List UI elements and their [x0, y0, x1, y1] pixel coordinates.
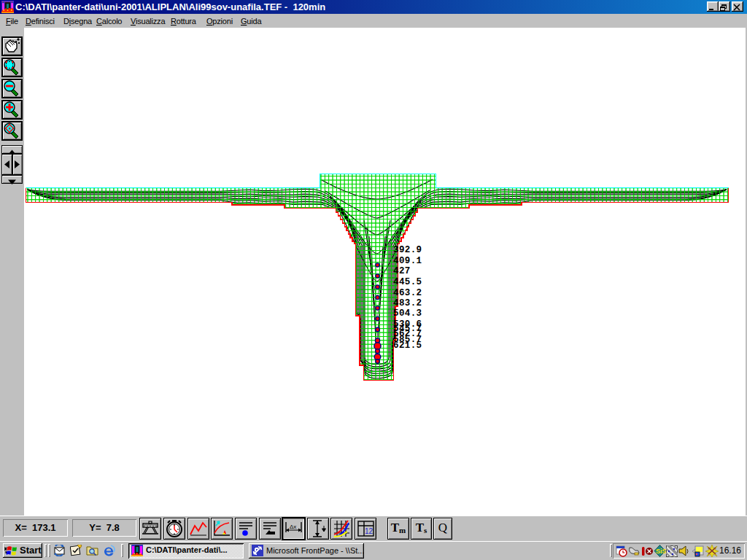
svg-text:445.5: 445.5	[393, 277, 422, 287]
svg-text:427: 427	[393, 266, 411, 276]
svg-text:621.5: 621.5	[393, 341, 422, 351]
svg-text:504.3: 504.3	[393, 308, 422, 319]
svg-text:392.9: 392.9	[393, 245, 422, 255]
svg-text:SiS: SiS	[656, 548, 666, 555]
svg-text:409.1: 409.1	[393, 256, 422, 266]
svg-text:12: 12	[365, 527, 374, 535]
svg-text:483.2: 483.2	[393, 298, 422, 308]
svg-text:463.2: 463.2	[393, 288, 422, 298]
svg-text:Δx: Δx	[290, 524, 296, 530]
